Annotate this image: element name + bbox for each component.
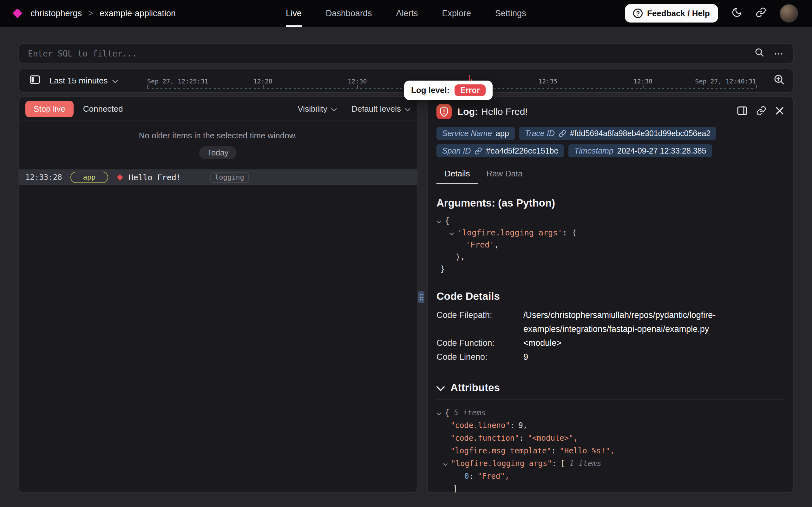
logfire-logo-icon[interactable] — [12, 8, 22, 18]
more-options-icon[interactable]: ⋯ — [774, 49, 784, 58]
tooltip-label: Log level: — [411, 86, 449, 95]
nav-tab-settings[interactable]: Settings — [495, 0, 526, 26]
share-link-button[interactable] — [756, 7, 766, 20]
dock-panel-icon — [737, 106, 747, 117]
nav-right-group: ? Feedback / Help — [625, 4, 798, 22]
detail-tabs: Details Raw Data — [436, 165, 784, 184]
logger-tag[interactable]: logging — [210, 172, 249, 183]
breadcrumb-org[interactable]: christophergs — [30, 9, 82, 18]
attributes-json-tree: {5 items "code.lineno":9, "code.function… — [436, 406, 784, 493]
primary-nav: Live Dashboards Alerts Explore Settings — [286, 0, 526, 26]
sidebar-toggle-button[interactable] — [30, 75, 40, 86]
arguments-code-block: { 'logfire.logging_args': ( 'Fred', ), } — [436, 215, 784, 275]
grip-dots-icon — [419, 292, 423, 303]
empty-window-message: No older items in the selected time wind… — [19, 131, 417, 140]
breadcrumb: christophergs > example-application — [14, 9, 176, 18]
user-avatar[interactable] — [779, 4, 798, 22]
attributes-heading[interactable]: Attributes — [436, 382, 784, 394]
collapse-chevron-icon[interactable] — [436, 215, 443, 227]
feedback-help-button[interactable]: ? Feedback / Help — [625, 4, 718, 22]
nav-tab-alerts[interactable]: Alerts — [396, 0, 418, 26]
log-detail-panel: Log:Hello Fred! Service Name app Trace I… — [427, 97, 794, 493]
timeline-tick-label: 12:30 — [348, 77, 367, 85]
stop-live-button[interactable]: Stop live — [25, 101, 74, 117]
time-range-select[interactable]: Last 15 minutes — [50, 76, 118, 86]
chevron-down-icon — [331, 104, 337, 114]
timeline-tick-label: 12:28 — [253, 77, 272, 85]
nav-tab-dashboards[interactable]: Dashboards — [326, 0, 372, 26]
link-icon — [559, 130, 566, 137]
collapse-chevron-icon[interactable] — [443, 457, 449, 470]
search-icon[interactable] — [754, 47, 764, 60]
log-timestamp: 12:33:28 — [25, 173, 62, 182]
tab-details[interactable]: Details — [436, 165, 478, 184]
log-level-tooltip: Log level: Error — [404, 80, 493, 100]
detail-header: Log:Hello Fred! — [436, 103, 784, 120]
help-icon: ? — [633, 9, 643, 18]
zoom-in-icon — [773, 74, 785, 88]
timeline-tick-label: 12:38 — [633, 77, 652, 85]
trace-id-pill[interactable]: Trace ID #fdd5694a8fa98eb4e301d99ebc056e… — [519, 127, 716, 140]
logfire-app: christophergs > example-application Live… — [0, 0, 812, 507]
timeline-tick-label: Sep 27, 12:40:31 — [695, 77, 756, 85]
moon-icon — [732, 7, 742, 20]
zoom-in-button[interactable] — [773, 74, 785, 88]
arguments-heading: Arguments: (as Python) — [436, 197, 784, 209]
nav-tab-live[interactable]: Live — [286, 0, 302, 26]
chevron-down-icon — [436, 382, 445, 394]
service-name-pill: Service Name app — [436, 127, 515, 140]
day-badge[interactable]: Today — [199, 146, 237, 159]
link-icon — [756, 7, 766, 20]
chevron-down-icon — [112, 76, 118, 86]
link-icon — [475, 147, 482, 155]
close-detail-button[interactable] — [775, 106, 784, 117]
timestamp-pill: Timestamp 2024-09-27 12:33:28.385 — [568, 145, 712, 157]
sql-filter-bar: ⋯ — [18, 43, 794, 64]
panel-resize-handle[interactable] — [418, 291, 424, 303]
detail-title-prefix: Log: — [457, 106, 478, 117]
error-level-badge: Error — [454, 84, 485, 96]
breadcrumb-project[interactable]: example-application — [100, 9, 176, 18]
dark-mode-toggle[interactable] — [732, 7, 742, 20]
tab-raw-data[interactable]: Raw Data — [478, 165, 530, 184]
code-function-row: Code Function: <module> — [436, 336, 784, 350]
sidebar-toggle-icon — [30, 75, 40, 86]
attributes-divider — [436, 399, 784, 400]
copy-link-button[interactable] — [756, 106, 766, 118]
log-row-selected[interactable]: 12:33:28 app Hello Fred! logging — [19, 169, 417, 185]
collapse-chevron-icon[interactable] — [436, 406, 443, 419]
top-nav: christophergs > example-application Live… — [0, 0, 812, 26]
timeline-tick-label: Sep 27, 12:25:31 — [147, 77, 208, 85]
breadcrumb-separator: > — [88, 9, 93, 18]
connection-status: Connected — [83, 104, 123, 114]
error-diamond-icon — [117, 174, 123, 180]
close-icon — [775, 106, 784, 117]
detail-title: Log:Hello Fred! — [457, 106, 528, 117]
feedback-help-label: Feedback / Help — [647, 9, 710, 18]
chevron-down-icon — [405, 104, 411, 114]
sql-filter-input[interactable] — [28, 49, 746, 58]
error-shield-icon — [436, 104, 452, 119]
code-details-rows: Code Filepath: /Users/christophersamiull… — [436, 308, 784, 364]
code-filepath-row: Code Filepath: /Users/christophersamiull… — [436, 308, 784, 336]
visibility-dropdown[interactable]: Visibility — [298, 104, 336, 114]
dock-panel-button[interactable] — [737, 106, 747, 117]
nav-tab-explore[interactable]: Explore — [442, 0, 471, 26]
detail-title-text: Hello Fred! — [481, 106, 528, 117]
log-meta-pills: Service Name app Trace ID #fdd5694a8fa98… — [436, 127, 784, 157]
span-id-pill[interactable]: Span ID #ea4d5f226ec151be — [436, 145, 564, 157]
default-levels-dropdown[interactable]: Default levels — [352, 104, 411, 114]
code-lineno-row: Code Lineno: 9 — [436, 350, 784, 364]
live-panel-header: Stop live Connected Visibility Default l… — [19, 97, 417, 121]
link-icon — [756, 106, 766, 118]
timeline-tick-label: 12:35 — [538, 77, 557, 85]
time-range-label: Last 15 minutes — [50, 76, 108, 86]
collapse-chevron-icon[interactable] — [449, 227, 455, 239]
log-message: Hello Fred! — [128, 173, 181, 182]
service-badge[interactable]: app — [70, 172, 109, 183]
live-logs-panel: Stop live Connected Visibility Default l… — [18, 97, 418, 493]
code-details-heading: Code Details — [436, 290, 784, 302]
